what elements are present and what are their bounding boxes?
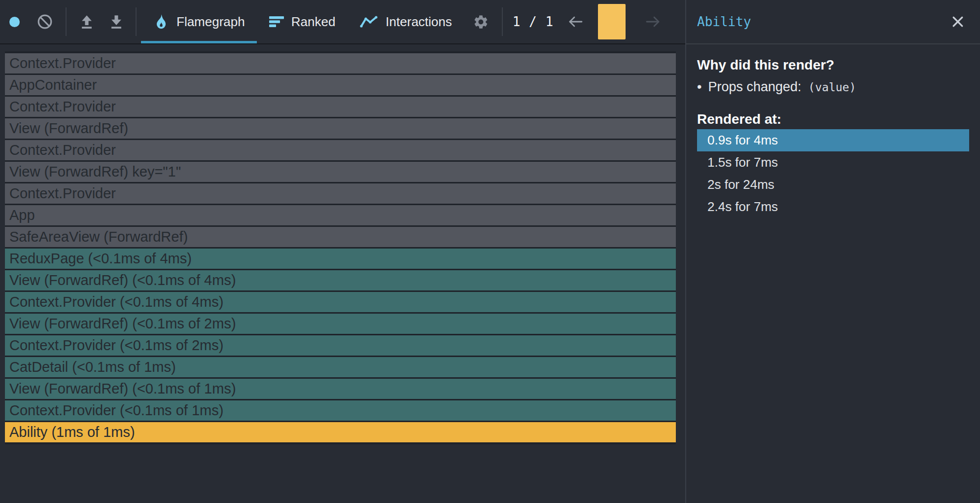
flamegraph-bar[interactable]: Ability (1ms of 1ms) <box>5 422 676 442</box>
flamegraph-bar[interactable]: App <box>5 205 676 225</box>
flame-icon <box>153 13 170 30</box>
flamegraph-bar[interactable]: View (ForwardRef) (<0.1ms of 2ms) <box>5 314 676 334</box>
profiler-main: Flamegraph Ranked <box>0 0 685 503</box>
selected-component-panel: Ability Why did this render? • Props cha… <box>685 0 980 503</box>
clear-profiling-button[interactable] <box>37 14 53 30</box>
download-icon <box>108 13 125 30</box>
profiler-toolbar: Flamegraph Ranked <box>0 0 685 44</box>
arrow-right-icon <box>645 15 661 29</box>
flamegraph-bar[interactable]: Context.Provider <box>5 183 676 204</box>
flamegraph-bar[interactable]: Context.Provider (<0.1ms of 1ms) <box>5 400 676 421</box>
tab-flamegraph[interactable]: Flamegraph <box>141 0 257 43</box>
profiler-settings-button[interactable] <box>473 14 489 30</box>
gear-icon <box>473 14 489 30</box>
close-panel-button[interactable] <box>950 14 965 29</box>
render-reason-text: Props changed: <box>708 79 801 95</box>
flamegraph-bar[interactable]: ReduxPage (<0.1ms of 4ms) <box>5 249 676 269</box>
previous-commit-button[interactable] <box>567 15 583 29</box>
toolbar-divider <box>502 7 503 36</box>
panel-body: Why did this render? • Props changed: (v… <box>686 44 980 218</box>
react-devtools-profiler: Flamegraph Ranked <box>0 0 980 503</box>
upload-icon <box>78 13 95 30</box>
flamegraph-bar[interactable]: View (ForwardRef) (<0.1ms of 1ms) <box>5 379 676 399</box>
flamegraph-bar[interactable]: AppContainer <box>5 75 676 95</box>
rendered-at-item[interactable]: 2.4s for 7ms <box>697 196 969 218</box>
flamegraph-bar[interactable]: SafeAreaView (ForwardRef) <box>5 227 676 247</box>
flamegraph-bar[interactable]: View (ForwardRef) (<0.1ms of 4ms) <box>5 270 676 290</box>
rendered-at-item[interactable]: 0.9s for 4ms <box>697 129 969 151</box>
arrow-left-icon <box>567 15 583 29</box>
commit-snapshot-bar[interactable] <box>598 4 626 39</box>
clear-icon <box>37 14 53 30</box>
flamegraph-bar[interactable]: Context.Provider <box>5 97 676 117</box>
flamegraph-bar[interactable]: Context.Provider <box>5 53 676 73</box>
tab-label: Interactions <box>385 14 452 30</box>
load-profile-button[interactable] <box>78 13 95 30</box>
record-button[interactable] <box>9 17 20 27</box>
flamegraph-chart: Context.ProviderAppContainerContext.Prov… <box>0 44 685 503</box>
rendered-at-heading: Rendered at: <box>697 111 969 127</box>
flamegraph-bar[interactable]: Context.Provider <box>5 140 676 160</box>
render-reason-detail: (value) <box>808 81 856 94</box>
bullet-icon: • <box>697 79 701 95</box>
flamegraph-bar[interactable]: View (ForwardRef) <box>5 118 676 139</box>
selected-component-name: Ability <box>697 14 751 29</box>
flamegraph-bar[interactable]: View (ForwardRef) key="1" <box>5 162 676 182</box>
rendered-at-item[interactable]: 1.5s for 7ms <box>697 151 969 174</box>
close-icon <box>950 14 965 29</box>
tab-ranked[interactable]: Ranked <box>257 0 348 43</box>
tab-interactions[interactable]: Interactions <box>347 0 463 43</box>
rendered-at-list: 0.9s for 4ms1.5s for 7ms2s for 24ms2.4s … <box>697 129 969 218</box>
view-tabs: Flamegraph Ranked <box>141 0 464 43</box>
ranked-chart-icon <box>269 15 284 29</box>
commit-index-indicator: 1 / 1 <box>513 14 554 29</box>
interactions-chart-icon <box>359 14 379 29</box>
render-reason: • Props changed: (value) <box>697 79 969 95</box>
flamegraph-rows: Context.ProviderAppContainerContext.Prov… <box>5 51 676 444</box>
tab-label: Ranked <box>291 14 336 30</box>
toolbar-divider <box>66 7 67 36</box>
panel-header: Ability <box>686 0 980 44</box>
tab-label: Flamegraph <box>176 14 245 30</box>
flamegraph-bar[interactable]: Context.Provider (<0.1ms of 2ms) <box>5 335 676 356</box>
rendered-at-item[interactable]: 2s for 24ms <box>697 174 969 196</box>
why-did-this-render-heading: Why did this render? <box>697 57 969 73</box>
save-profile-button[interactable] <box>108 13 125 30</box>
flamegraph-bar[interactable]: Context.Provider (<0.1ms of 4ms) <box>5 292 676 312</box>
toolbar-divider <box>136 7 137 36</box>
flamegraph-bar[interactable]: CatDetail (<0.1ms of 1ms) <box>5 357 676 377</box>
next-commit-button[interactable] <box>645 15 661 29</box>
